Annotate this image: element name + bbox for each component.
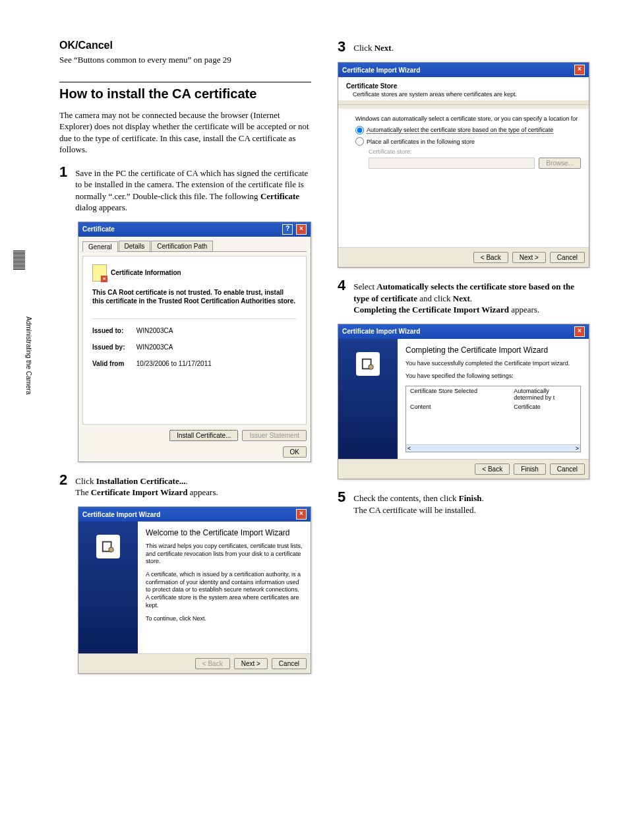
issued-to-value: WIN2003CA	[136, 327, 173, 334]
step-4: 4 Select Automatically selects the certi…	[338, 278, 589, 316]
step5-d: The CA certificate will be installed.	[353, 505, 476, 515]
side-section-label: Administrating the Camera	[25, 316, 32, 394]
step5-c: .	[482, 493, 484, 503]
tab-details[interactable]: Details	[119, 241, 151, 251]
step-5: 5 Check the contents, then click Finish.…	[338, 490, 589, 516]
wizard2-title: Certificate Import Wizard	[342, 328, 420, 335]
wizard1-heading: Welcome to the Certificate Import Wizard	[146, 528, 303, 537]
certificate-store-input	[369, 158, 535, 169]
step5-a: Check the contents, then click	[353, 493, 459, 503]
wizard-side-banner	[338, 339, 398, 459]
certificate-title: Certificate	[82, 225, 115, 233]
step2-b: Installation Certificate...	[96, 476, 186, 486]
radio-auto-select-label: Automatically select the certificate sto…	[367, 127, 553, 134]
cancel-button[interactable]: Cancel	[550, 252, 585, 263]
wizard1-titlebar: Certificate Import Wizard ×	[78, 507, 311, 522]
certificate-titlebar: Certificate ? ×	[78, 222, 311, 237]
radio-place-all-label: Place all certificates in the following …	[367, 138, 475, 145]
step1-text-b: Certificate	[260, 191, 299, 201]
step-number-3: 3	[338, 40, 345, 54]
valid-from-value: 10/23/2006 to 11/17/2011	[136, 360, 212, 367]
svg-point-1	[109, 547, 113, 552]
settings-row2-key: Content	[406, 402, 510, 411]
wizard-side-banner	[78, 522, 138, 653]
back-button: < Back	[195, 658, 230, 669]
step1-text-c: dialog appears.	[75, 202, 127, 212]
wizard1-p1: This wizard helps you copy certificates,…	[146, 543, 303, 566]
finish-button[interactable]: Finish	[514, 464, 546, 475]
step-number-2: 2	[59, 473, 67, 487]
certificate-dialog: Certificate ? × General Details Certific…	[78, 222, 311, 462]
store-intro: Windows can automatically select a certi…	[355, 115, 581, 122]
step5-b: Finish	[459, 493, 482, 503]
section-title: How to install the CA certificate	[59, 82, 311, 102]
step-number-1: 1	[59, 165, 67, 179]
wizard1-p3: To continue, click Next.	[146, 615, 303, 623]
step3-a: Click	[353, 43, 374, 53]
page-margin: Administrating the Camera	[13, 40, 40, 684]
cancel-button[interactable]: Cancel	[550, 464, 585, 475]
step-3: 3 Click Next.	[338, 40, 589, 54]
step-2: 2 Click Installation Certificate.... The…	[59, 473, 311, 498]
back-button[interactable]: < Back	[475, 464, 510, 475]
step-number-4: 4	[338, 278, 345, 293]
ok-button[interactable]: OK	[283, 446, 307, 458]
tab-general[interactable]: General	[82, 241, 118, 252]
issued-by-value: WIN2003CA	[136, 344, 173, 351]
install-certificate-button[interactable]: Install Certificate...	[169, 430, 238, 441]
help-icon[interactable]: ?	[282, 224, 293, 235]
cert-info-title: Certificate Information	[111, 269, 181, 276]
wizard2-heading: Completing the Certificate Import Wizard	[405, 345, 581, 355]
scrollbar[interactable]: <>	[406, 444, 580, 452]
step3-c: .	[392, 43, 394, 53]
step2-c: .	[185, 476, 187, 486]
back-button[interactable]: < Back	[473, 252, 508, 263]
step-1: 1 Save in the PC the certificate of CA w…	[59, 165, 311, 214]
tab-certification-path[interactable]: Certification Path	[151, 241, 213, 251]
ok-cancel-text: See “Buttons common to every menu” on pa…	[59, 54, 311, 66]
ok-cancel-heading: OK/Cancel	[59, 40, 311, 51]
issued-to-label: Issued to:	[92, 327, 135, 334]
cancel-button[interactable]: Cancel	[272, 658, 307, 669]
settings-row1-val: Automatically determined by t	[510, 386, 580, 402]
step4-e: .	[470, 293, 472, 303]
left-column: OK/Cancel See “Buttons common to every m…	[59, 40, 311, 684]
radio-place-all[interactable]	[355, 137, 364, 146]
close-icon[interactable]: ×	[574, 65, 585, 75]
next-button[interactable]: Next >	[234, 658, 268, 669]
wizard1-p2: A certificate, which is issued by a cert…	[146, 571, 303, 609]
store-section-subtitle: Certificate stores are system areas wher…	[353, 91, 581, 98]
close-icon[interactable]: ×	[574, 326, 585, 337]
intro-paragraph: The camera may not be connected because …	[59, 109, 311, 156]
issuer-statement-button: Issuer Statement	[242, 430, 307, 441]
close-icon[interactable]: ×	[296, 509, 307, 520]
step-number-5: 5	[338, 490, 345, 504]
certificate-store-dialog: Certificate Import Wizard × Certificate …	[338, 62, 589, 268]
step4-f: Completing the Certificate Import Wizard	[353, 305, 509, 315]
settings-table: Certificate Store SelectedAutomatically …	[405, 386, 581, 452]
step2-d: The	[75, 487, 90, 497]
wizard-welcome-dialog: Certificate Import Wizard × Welcome to t…	[78, 506, 311, 674]
issued-by-label: Issued by:	[92, 344, 135, 351]
next-button[interactable]: Next >	[512, 252, 546, 263]
step3-b: Next	[374, 43, 392, 53]
wizard1-title: Certificate Import Wizard	[82, 511, 160, 518]
step2-a: Click	[75, 476, 96, 486]
certificate-store-label: Certificate store:	[369, 148, 581, 155]
certificate-icon	[96, 535, 120, 558]
certificate-warning-icon: ×	[92, 264, 107, 282]
step4-d: Next	[453, 293, 470, 303]
wizard2-p2: You have specified the following setting…	[405, 373, 581, 380]
certificate-tabs: General Details Certification Path	[82, 241, 307, 252]
step2-f: appears.	[188, 487, 218, 497]
radio-auto-select[interactable]	[355, 126, 364, 135]
step4-c: and click	[417, 293, 453, 303]
settings-row2-val: Certificate	[510, 402, 580, 411]
wizard2-titlebar: Certificate Import Wizard ×	[338, 324, 589, 339]
close-icon[interactable]: ×	[296, 224, 307, 235]
store-title: Certificate Import Wizard	[342, 67, 420, 74]
browse-button: Browse...	[539, 158, 581, 169]
decorative-bars	[13, 251, 25, 270]
wizard-completing-dialog: Certificate Import Wizard × Completing t…	[338, 324, 589, 479]
store-section-title: Certificate Store	[346, 82, 581, 90]
